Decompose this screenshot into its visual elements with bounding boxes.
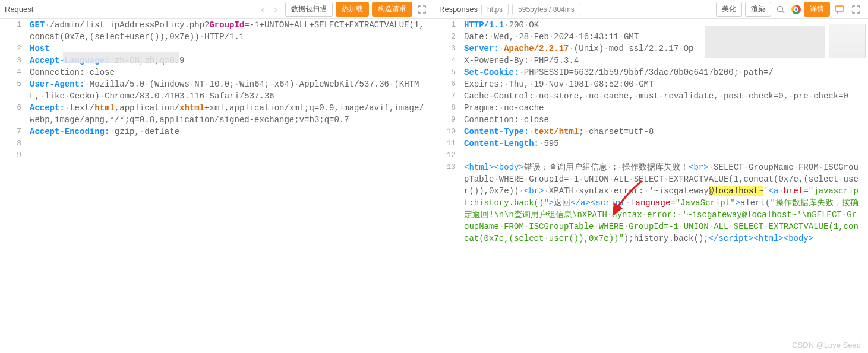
line-number: 11 (434, 138, 464, 150)
line-number: 9 (0, 150, 30, 161)
line-number: 6 (434, 78, 464, 90)
svg-point-0 (778, 6, 783, 11)
line-content[interactable]: GET·/admin/list_ipAddressPolicy.php?Grou… (30, 19, 434, 43)
line-number: 1 (0, 19, 30, 31)
code-line[interactable]: 9 (0, 150, 434, 161)
hotload-button[interactable]: 热加载 (336, 2, 369, 17)
line-number: 3 (0, 55, 30, 66)
code-line[interactable]: 7Cache-Control:·no-store,·no-cache,·must… (434, 90, 868, 102)
minimap[interactable] (829, 24, 866, 58)
line-content[interactable]: Connection:·close (464, 114, 868, 126)
meta-pill: 595bytes / 804ms (512, 4, 580, 15)
line-number: 4 (0, 66, 30, 78)
watermark: CSDN @Love Seed (792, 341, 861, 349)
search-icon[interactable] (774, 2, 788, 17)
code-line[interactable]: 8Pragma:·no-cache (434, 102, 868, 114)
code-line[interactable]: 8 (0, 138, 434, 150)
line-number: 13 (434, 161, 464, 173)
request-title: Request (5, 5, 33, 14)
code-line[interactable]: 6Expires:·Thu,·19·Nov·1981·08:52:00·GMT (434, 78, 868, 90)
scan-button[interactable]: 数据包扫描 (285, 2, 333, 17)
scheme-pill[interactable]: https (481, 4, 509, 15)
line-content[interactable]: Cache-Control:·no-store,·no-cache,·must-… (464, 90, 868, 102)
code-line[interactable]: 11Content-Length:·595 (434, 138, 868, 150)
response-title: Responses (439, 5, 478, 14)
line-number: 5 (0, 78, 30, 90)
line-number: 8 (434, 102, 464, 114)
code-line[interactable]: 13<html><body>错误：查询用户组信息·:·操作数据库失败！<br>·… (434, 161, 868, 244)
line-number: 7 (0, 126, 30, 138)
response-viewer[interactable]: 1HTTP/1.1·200·OK2Date:·Wed,·28·Feb·2024·… (434, 19, 868, 353)
svg-rect-1 (835, 6, 844, 11)
expand-icon[interactable] (849, 2, 863, 17)
line-number: 2 (434, 31, 464, 43)
line-number: 12 (434, 150, 464, 161)
code-line[interactable]: 9Connection:·close (434, 114, 868, 126)
line-content[interactable]: Expires:·Thu,·19·Nov·1981·08:52:00·GMT (464, 78, 868, 90)
line-number: 7 (434, 90, 464, 102)
code-line[interactable]: 4Connection:·close (0, 66, 434, 78)
code-line[interactable]: 12 (434, 150, 868, 161)
expand-icon[interactable] (415, 2, 429, 17)
code-line[interactable]: 5User-Agent:·Mozilla/5.0·(Windows·NT·10.… (0, 78, 434, 102)
line-number: 10 (434, 126, 464, 138)
line-number: 9 (434, 114, 464, 126)
chat-icon[interactable] (832, 2, 847, 17)
code-line[interactable]: 10Content-Type:·text/html;·charset=utf-8 (434, 126, 868, 138)
chrome-icon[interactable] (791, 5, 801, 14)
request-editor[interactable]: 1GET·/admin/list_ipAddressPolicy.php?Gro… (0, 19, 434, 353)
line-content[interactable]: Accept-Encoding:·gzip,·deflate (30, 126, 434, 138)
line-content[interactable]: Content-Type:·text/html;·charset=utf-8 (464, 126, 868, 138)
line-number: 6 (0, 102, 30, 114)
code-line[interactable]: 5Set-Cookie:·PHPSESSID=663271b5979bbf73d… (434, 66, 868, 78)
line-content[interactable]: Connection:·close (30, 66, 434, 78)
build-request-button[interactable]: 构造请求 (372, 2, 412, 17)
code-line[interactable]: 6Accept:·text/html,application/xhtml+xml… (0, 102, 434, 126)
line-content[interactable]: <html><body>错误：查询用户组信息·:·操作数据库失败！<br>·SE… (464, 161, 868, 244)
line-content[interactable]: Pragma:·no-cache (464, 102, 868, 114)
line-number: 2 (0, 43, 30, 55)
prev-icon[interactable]: ‹ (256, 3, 269, 16)
code-line[interactable]: 1GET·/admin/list_ipAddressPolicy.php?Gro… (0, 19, 434, 43)
line-content[interactable]: Accept:·text/html,application/xhtml+xml,… (30, 102, 434, 126)
detail-button[interactable]: 详情 (804, 2, 830, 17)
line-number: 3 (434, 43, 464, 55)
request-header: Request ‹ › 数据包扫描 热加载 构造请求 (0, 0, 434, 19)
next-icon[interactable]: › (269, 3, 282, 16)
line-number: 4 (434, 55, 464, 66)
line-content[interactable]: User-Agent:·Mozilla/5.0·(Windows·NT·10.0… (30, 78, 434, 102)
line-content[interactable]: Set-Cookie:·PHPSESSID=663271b5979bbf73da… (464, 66, 868, 78)
beautify-button[interactable]: 美化 (716, 2, 742, 17)
line-content[interactable]: Content-Length:·595 (464, 138, 868, 150)
render-button[interactable]: 渲染 (745, 2, 771, 17)
line-number: 5 (434, 66, 464, 78)
response-header: Responses https 595bytes / 804ms 美化 渲染 详… (434, 0, 868, 19)
line-number: 8 (0, 138, 30, 150)
line-number: 1 (434, 19, 464, 31)
code-line[interactable]: 7Accept-Encoding:·gzip,·deflate (0, 126, 434, 138)
